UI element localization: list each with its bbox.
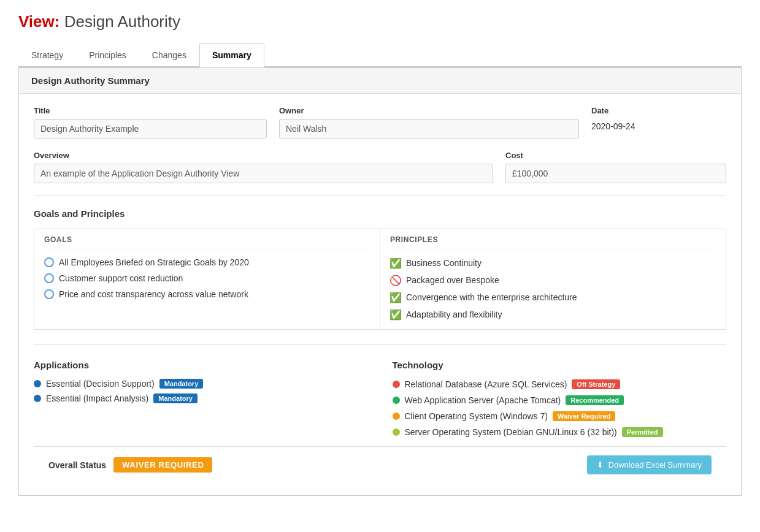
app-dot xyxy=(34,395,41,402)
badge-mandatory: Mandatory xyxy=(153,393,198,403)
form-row-title: Title Design Authority Example Owner Nei… xyxy=(34,106,726,139)
overview-value: An example of the Application Design Aut… xyxy=(34,164,493,183)
date-label: Date xyxy=(591,106,726,115)
list-item: Relational Database (Azure SQL Services)… xyxy=(393,376,727,392)
circle-icon xyxy=(44,289,54,299)
tech-name: Relational Database (Azure SQL Services) xyxy=(405,379,567,389)
tech-name: Server Operating System (Debian GNU/Linu… xyxy=(405,427,617,437)
title-value: Design Authority Example xyxy=(34,119,267,139)
cost-label: Cost xyxy=(505,151,726,160)
form-row-overview: Overview An example of the Application D… xyxy=(34,151,726,183)
divider-2 xyxy=(34,344,726,345)
principle-text: Adaptability and flexibility xyxy=(406,310,502,319)
circle-icon xyxy=(44,273,54,283)
footer-bar: Overall Status WAIVER REQUIRED ⬇ Downloa… xyxy=(34,446,726,483)
list-item: Price and cost transparency across value… xyxy=(44,286,370,302)
main-panel: Design Authority Summary Title Design Au… xyxy=(18,67,742,496)
page-header: View: Design Authority xyxy=(18,12,742,31)
goals-principles-table: GOALS All Employees Briefed on Strategic… xyxy=(34,229,726,330)
owner-label: Owner xyxy=(279,106,579,115)
check-icon: ✅ xyxy=(390,257,401,268)
date-value: 2020-09-24 xyxy=(591,119,726,131)
badge-off-strategy: Off Strategy xyxy=(572,379,620,389)
goals-header: GOALS xyxy=(44,235,370,249)
overall-status-badge: WAIVER REQUIRED xyxy=(113,457,212,473)
tech-dot-orange xyxy=(393,412,400,420)
tech-name: Web Application Server (Apache Tomcat) xyxy=(405,395,561,405)
download-label: Download Excel Summary xyxy=(608,460,702,469)
download-icon: ⬇ xyxy=(597,460,604,469)
goal-text: Customer support cost reduction xyxy=(59,273,183,283)
owner-group: Owner Neil Walsh xyxy=(279,106,579,139)
check-icon: ✅ xyxy=(390,292,401,303)
applications-column: Applications Essential (Decision Support… xyxy=(34,360,368,440)
technology-title: Technology xyxy=(393,360,727,370)
principle-text: Business Continuity xyxy=(406,258,482,268)
overview-label: Overview xyxy=(34,151,493,160)
app-name: Essential (Impact Analysis) xyxy=(46,393,148,403)
overall-status-label: Overall Status xyxy=(48,460,106,470)
tech-dot-green xyxy=(393,397,400,404)
panel-header: Design Authority Summary xyxy=(19,68,741,94)
technology-column: Technology Relational Database (Azure SQ… xyxy=(393,360,727,440)
tech-name: Client Operating System (Windows 7) xyxy=(405,411,548,421)
owner-value: Neil Walsh xyxy=(279,119,579,139)
apps-tech-section: Applications Essential (Decision Support… xyxy=(34,360,726,440)
goals-principles-title: Goals and Principles xyxy=(34,208,726,219)
overall-status: Overall Status WAIVER REQUIRED xyxy=(48,457,212,473)
list-item: All Employees Briefed on Strategic Goals… xyxy=(44,254,370,270)
view-label: View: xyxy=(18,12,59,31)
cost-value: £100,000 xyxy=(505,164,726,183)
date-group: Date 2020-09-24 xyxy=(591,106,726,139)
goals-column: GOALS All Employees Briefed on Strategic… xyxy=(34,229,380,329)
list-item: Server Operating System (Debian GNU/Linu… xyxy=(393,424,727,440)
cost-group: Cost £100,000 xyxy=(505,151,726,183)
circle-icon xyxy=(44,257,54,267)
badge-permitted: Permitted xyxy=(622,427,663,437)
tab-bar: Strategy Principles Changes Summary xyxy=(18,44,742,67)
list-item: 🚫 Packaged over Bespoke xyxy=(390,272,716,289)
tab-changes[interactable]: Changes xyxy=(139,44,199,66)
principles-header: PRINCIPLES xyxy=(390,235,716,249)
check-icon: ✅ xyxy=(390,309,401,320)
tab-principles[interactable]: Principles xyxy=(76,44,139,66)
list-item: Web Application Server (Apache Tomcat) R… xyxy=(393,392,727,408)
principle-text: Packaged over Bespoke xyxy=(406,275,499,285)
title-group: Title Design Authority Example xyxy=(34,106,267,139)
tech-dot-yellow-green xyxy=(393,428,400,436)
title-label: Title xyxy=(34,106,267,115)
download-excel-button[interactable]: ⬇ Download Excel Summary xyxy=(587,455,712,474)
app-dot xyxy=(34,380,41,387)
badge-mandatory: Mandatory xyxy=(159,379,204,389)
badge-waiver-required: Waiver Required xyxy=(553,411,615,421)
divider-1 xyxy=(34,196,726,196)
tab-summary[interactable]: Summary xyxy=(199,44,264,67)
principle-text: Convergence with the enterprise architec… xyxy=(406,292,577,302)
goal-text: Price and cost transparency across value… xyxy=(59,289,248,299)
list-item: Client Operating System (Windows 7) Waiv… xyxy=(393,408,727,424)
list-item: Essential (Impact Analysis) Mandatory xyxy=(34,391,368,406)
goal-text: All Employees Briefed on Strategic Goals… xyxy=(59,257,249,267)
app-name: Essential (Decision Support) xyxy=(46,379,155,389)
page-title: Design Authority xyxy=(64,12,180,31)
principles-column: PRINCIPLES ✅ Business Continuity 🚫 Packa… xyxy=(380,229,726,329)
applications-title: Applications xyxy=(34,360,368,370)
list-item: Essential (Decision Support) Mandatory xyxy=(34,376,368,391)
list-item: ✅ Business Continuity xyxy=(390,254,716,272)
list-item: ✅ Adaptability and flexibility xyxy=(390,306,716,323)
exclaim-icon: 🚫 xyxy=(390,275,401,286)
list-item: Customer support cost reduction xyxy=(44,270,370,286)
tab-strategy[interactable]: Strategy xyxy=(18,44,76,66)
list-item: ✅ Convergence with the enterprise archit… xyxy=(390,289,716,306)
panel-body: Title Design Authority Example Owner Nei… xyxy=(19,94,741,495)
badge-recommended: Recommended xyxy=(566,395,624,405)
overview-group: Overview An example of the Application D… xyxy=(34,151,493,183)
tech-dot-red xyxy=(393,381,400,388)
